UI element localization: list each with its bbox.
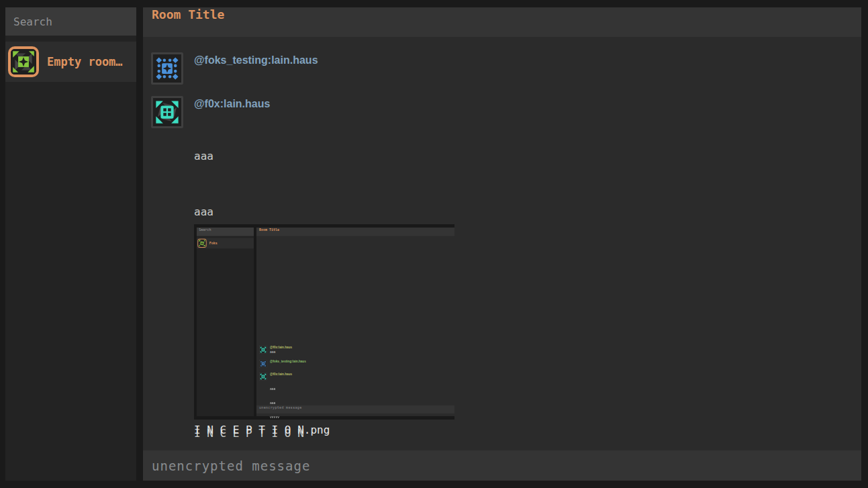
mini-message-line: aaa: [270, 387, 289, 391]
room-title: Room Title: [152, 7, 224, 21]
mini-message-line: aaa: [270, 401, 289, 405]
mini-chat-panel: Room Title @f0x:lain.haus: [256, 228, 454, 416]
mini-user-avatar-foks-testing-icon: [259, 360, 267, 368]
message-image-attachment[interactable]: Search: [194, 224, 454, 420]
sidebar: Empty room…: [5, 7, 136, 481]
message-line: aaa: [194, 203, 304, 222]
mini-search-input: Search: [197, 228, 254, 236]
message-composer: [143, 450, 861, 481]
message-username[interactable]: @f0x:lain.haus: [194, 98, 270, 110]
mini-message-line: vvvvv: [270, 415, 289, 420]
message-username[interactable]: @foks_testing:lain.haus: [194, 54, 318, 66]
chat-panel: Room Title @foks_testing:lain.haus: [143, 7, 861, 481]
inception-screenshot: Search: [194, 224, 454, 420]
room-name: Empty room…: [47, 55, 123, 68]
message-input[interactable]: [143, 450, 861, 481]
mini-user-avatar-f0x-icon: [259, 346, 267, 354]
message-line: aaa: [194, 147, 304, 166]
mini-message-line: aaa: [270, 350, 275, 354]
room-header: Room Title: [143, 7, 861, 37]
user-avatar-foks-testing-icon[interactable]: [151, 52, 183, 85]
attachment-filename[interactable]: I N C E P T I O N.png: [194, 424, 330, 436]
mini-message-username: @f0x:lain.haus: [270, 346, 292, 349]
mini-message-input: unencrypted message: [256, 405, 454, 413]
mini-room-name: Foks: [209, 241, 218, 245]
mini-message-username: @foks_testing:lain.haus: [270, 360, 306, 363]
search-input[interactable]: [5, 7, 136, 36]
room-list-item[interactable]: Empty room…: [5, 42, 136, 82]
room-avatar-icon: [8, 46, 39, 77]
mini-message-username: @f0x:lain.haus: [270, 373, 292, 376]
mini-room-header: Room Title: [256, 228, 454, 236]
mini-room-list-item: Foks: [197, 238, 254, 248]
mini-sidebar: Search: [197, 228, 254, 416]
mini-room-avatar-icon: [197, 239, 206, 248]
user-avatar-f0x-icon[interactable]: [151, 96, 183, 128]
mini-user-avatar-f0x-icon: [259, 373, 267, 381]
